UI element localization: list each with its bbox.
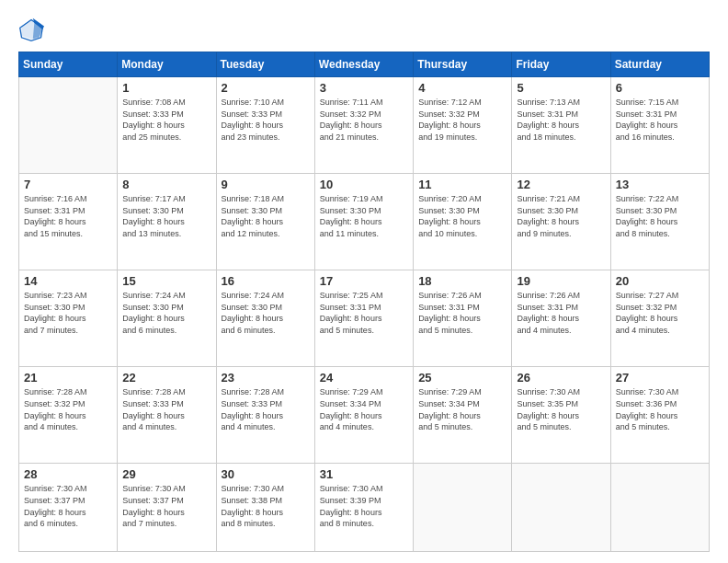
day-number: 31 bbox=[320, 467, 408, 481]
cell-info: Sunrise: 7:22 AM Sunset: 3:30 PM Dayligh… bbox=[616, 193, 704, 239]
day-header-friday: Friday bbox=[512, 52, 610, 77]
header bbox=[18, 17, 710, 42]
calendar-cell: 9Sunrise: 7:18 AM Sunset: 3:30 PM Daylig… bbox=[216, 174, 314, 270]
day-number: 30 bbox=[222, 467, 310, 481]
calendar-cell: 29Sunrise: 7:30 AM Sunset: 3:37 PM Dayli… bbox=[118, 464, 216, 552]
cell-info: Sunrise: 7:30 AM Sunset: 3:36 PM Dayligh… bbox=[616, 386, 704, 432]
day-number: 16 bbox=[222, 274, 310, 288]
day-number: 27 bbox=[616, 371, 704, 385]
calendar-cell: 19Sunrise: 7:26 AM Sunset: 3:31 PM Dayli… bbox=[512, 270, 610, 367]
calendar-cell: 12Sunrise: 7:21 AM Sunset: 3:30 PM Dayli… bbox=[512, 174, 610, 270]
calendar-cell: 11Sunrise: 7:20 AM Sunset: 3:30 PM Dayli… bbox=[414, 174, 512, 270]
calendar-cell: 13Sunrise: 7:22 AM Sunset: 3:30 PM Dayli… bbox=[610, 174, 709, 270]
logo bbox=[18, 17, 48, 42]
cell-info: Sunrise: 7:24 AM Sunset: 3:30 PM Dayligh… bbox=[222, 290, 310, 336]
cell-info: Sunrise: 7:29 AM Sunset: 3:34 PM Dayligh… bbox=[320, 386, 408, 432]
cell-info: Sunrise: 7:28 AM Sunset: 3:32 PM Dayligh… bbox=[24, 386, 112, 432]
calendar-cell: 15Sunrise: 7:24 AM Sunset: 3:30 PM Dayli… bbox=[118, 270, 216, 367]
day-number: 8 bbox=[122, 178, 210, 191]
cell-info: Sunrise: 7:16 AM Sunset: 3:31 PM Dayligh… bbox=[24, 193, 112, 239]
calendar-cell: 24Sunrise: 7:29 AM Sunset: 3:34 PM Dayli… bbox=[314, 367, 413, 464]
day-number: 29 bbox=[122, 467, 210, 481]
day-number: 2 bbox=[222, 81, 310, 95]
calendar-cell: 22Sunrise: 7:28 AM Sunset: 3:33 PM Dayli… bbox=[118, 367, 216, 464]
calendar-cell bbox=[414, 464, 512, 552]
cell-info: Sunrise: 7:26 AM Sunset: 3:31 PM Dayligh… bbox=[517, 290, 605, 336]
cell-info: Sunrise: 7:18 AM Sunset: 3:30 PM Dayligh… bbox=[222, 193, 310, 239]
calendar-cell bbox=[512, 464, 610, 552]
cell-info: Sunrise: 7:15 AM Sunset: 3:31 PM Dayligh… bbox=[616, 97, 704, 143]
calendar-cell: 3Sunrise: 7:11 AM Sunset: 3:32 PM Daylig… bbox=[314, 77, 413, 174]
calendar-cell: 26Sunrise: 7:30 AM Sunset: 3:35 PM Dayli… bbox=[512, 367, 610, 464]
cell-info: Sunrise: 7:30 AM Sunset: 3:37 PM Dayligh… bbox=[24, 483, 112, 529]
page: SundayMondayTuesdayWednesdayThursdayFrid… bbox=[0, 0, 728, 563]
day-number: 22 bbox=[122, 371, 210, 385]
day-number: 3 bbox=[320, 81, 408, 95]
day-number: 14 bbox=[24, 274, 112, 288]
cell-info: Sunrise: 7:10 AM Sunset: 3:33 PM Dayligh… bbox=[222, 97, 310, 143]
day-number: 12 bbox=[517, 178, 605, 191]
calendar-cell: 27Sunrise: 7:30 AM Sunset: 3:36 PM Dayli… bbox=[610, 367, 709, 464]
cell-info: Sunrise: 7:30 AM Sunset: 3:39 PM Dayligh… bbox=[320, 483, 408, 529]
cell-info: Sunrise: 7:23 AM Sunset: 3:30 PM Dayligh… bbox=[24, 290, 112, 336]
cell-info: Sunrise: 7:11 AM Sunset: 3:32 PM Dayligh… bbox=[320, 97, 408, 143]
calendar-table: SundayMondayTuesdayWednesdayThursdayFrid… bbox=[18, 52, 710, 552]
cell-info: Sunrise: 7:21 AM Sunset: 3:30 PM Dayligh… bbox=[517, 193, 605, 239]
calendar-cell: 28Sunrise: 7:30 AM Sunset: 3:37 PM Dayli… bbox=[19, 464, 118, 552]
day-number: 7 bbox=[24, 178, 112, 191]
day-number: 13 bbox=[616, 178, 704, 191]
calendar-cell: 16Sunrise: 7:24 AM Sunset: 3:30 PM Dayli… bbox=[216, 270, 314, 367]
calendar-cell: 10Sunrise: 7:19 AM Sunset: 3:30 PM Dayli… bbox=[314, 174, 413, 270]
day-number: 11 bbox=[418, 178, 506, 191]
cell-info: Sunrise: 7:25 AM Sunset: 3:31 PM Dayligh… bbox=[320, 290, 408, 336]
calendar-cell: 18Sunrise: 7:26 AM Sunset: 3:31 PM Dayli… bbox=[414, 270, 512, 367]
cell-info: Sunrise: 7:12 AM Sunset: 3:32 PM Dayligh… bbox=[418, 97, 506, 143]
day-number: 4 bbox=[418, 81, 506, 95]
calendar-cell: 14Sunrise: 7:23 AM Sunset: 3:30 PM Dayli… bbox=[19, 270, 118, 367]
calendar-cell: 2Sunrise: 7:10 AM Sunset: 3:33 PM Daylig… bbox=[216, 77, 314, 174]
calendar-cell: 25Sunrise: 7:29 AM Sunset: 3:34 PM Dayli… bbox=[414, 367, 512, 464]
cell-info: Sunrise: 7:08 AM Sunset: 3:33 PM Dayligh… bbox=[122, 97, 210, 143]
day-number: 23 bbox=[222, 371, 310, 385]
calendar-cell: 1Sunrise: 7:08 AM Sunset: 3:33 PM Daylig… bbox=[118, 77, 216, 174]
day-number: 10 bbox=[320, 178, 408, 191]
calendar-cell: 31Sunrise: 7:30 AM Sunset: 3:39 PM Dayli… bbox=[314, 464, 413, 552]
day-number: 19 bbox=[517, 274, 605, 288]
day-number: 20 bbox=[616, 274, 704, 288]
cell-info: Sunrise: 7:29 AM Sunset: 3:34 PM Dayligh… bbox=[418, 386, 506, 432]
cell-info: Sunrise: 7:26 AM Sunset: 3:31 PM Dayligh… bbox=[418, 290, 506, 336]
calendar-cell: 30Sunrise: 7:30 AM Sunset: 3:38 PM Dayli… bbox=[216, 464, 314, 552]
day-header-saturday: Saturday bbox=[610, 52, 709, 77]
calendar-cell: 23Sunrise: 7:28 AM Sunset: 3:33 PM Dayli… bbox=[216, 367, 314, 464]
day-number: 18 bbox=[418, 274, 506, 288]
calendar-cell: 7Sunrise: 7:16 AM Sunset: 3:31 PM Daylig… bbox=[19, 174, 118, 270]
cell-info: Sunrise: 7:28 AM Sunset: 3:33 PM Dayligh… bbox=[222, 386, 310, 432]
calendar-cell: 17Sunrise: 7:25 AM Sunset: 3:31 PM Dayli… bbox=[314, 270, 413, 367]
calendar-cell: 20Sunrise: 7:27 AM Sunset: 3:32 PM Dayli… bbox=[610, 270, 709, 367]
calendar-cell: 8Sunrise: 7:17 AM Sunset: 3:30 PM Daylig… bbox=[118, 174, 216, 270]
day-number: 15 bbox=[122, 274, 210, 288]
cell-info: Sunrise: 7:27 AM Sunset: 3:32 PM Dayligh… bbox=[616, 290, 704, 336]
day-number: 24 bbox=[320, 371, 408, 385]
day-number: 1 bbox=[122, 81, 210, 95]
day-number: 28 bbox=[24, 467, 112, 481]
day-number: 21 bbox=[24, 371, 112, 385]
cell-info: Sunrise: 7:24 AM Sunset: 3:30 PM Dayligh… bbox=[122, 290, 210, 336]
cell-info: Sunrise: 7:20 AM Sunset: 3:30 PM Dayligh… bbox=[418, 193, 506, 239]
calendar-cell: 21Sunrise: 7:28 AM Sunset: 3:32 PM Dayli… bbox=[19, 367, 118, 464]
day-number: 17 bbox=[320, 274, 408, 288]
day-number: 26 bbox=[517, 371, 605, 385]
calendar-cell: 6Sunrise: 7:15 AM Sunset: 3:31 PM Daylig… bbox=[610, 77, 709, 174]
day-header-tuesday: Tuesday bbox=[216, 52, 314, 77]
calendar-cell: 5Sunrise: 7:13 AM Sunset: 3:31 PM Daylig… bbox=[512, 77, 610, 174]
day-number: 25 bbox=[418, 371, 506, 385]
day-header-monday: Monday bbox=[118, 52, 216, 77]
day-header-sunday: Sunday bbox=[19, 52, 118, 77]
cell-info: Sunrise: 7:28 AM Sunset: 3:33 PM Dayligh… bbox=[122, 386, 210, 432]
day-number: 6 bbox=[616, 81, 704, 95]
day-header-wednesday: Wednesday bbox=[314, 52, 413, 77]
calendar-cell bbox=[610, 464, 709, 552]
cell-info: Sunrise: 7:30 AM Sunset: 3:37 PM Dayligh… bbox=[122, 483, 210, 529]
calendar-cell bbox=[19, 77, 118, 174]
logo-icon bbox=[18, 17, 44, 42]
